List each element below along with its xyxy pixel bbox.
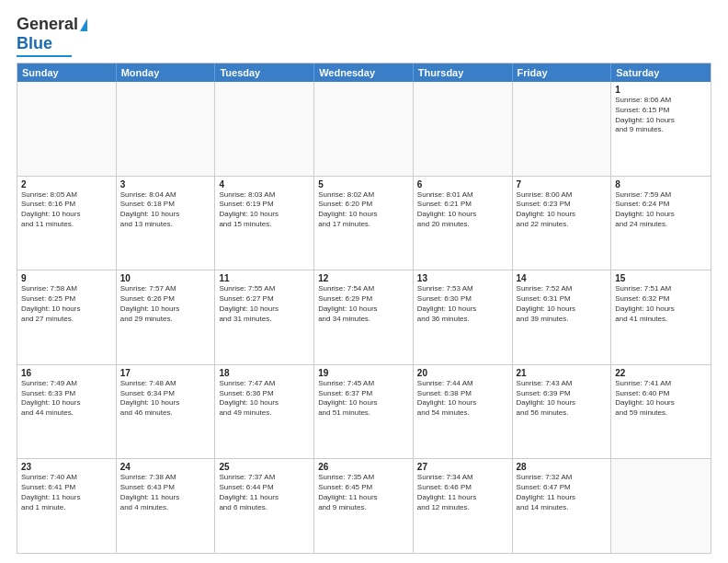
day-number: 3 — [120, 179, 211, 190]
calendar-cell: 28Sunrise: 7:32 AM Sunset: 6:47 PM Dayli… — [513, 459, 612, 553]
calendar-cell — [117, 82, 216, 176]
calendar-cell: 12Sunrise: 7:54 AM Sunset: 6:29 PM Dayli… — [314, 270, 414, 364]
calendar-cell: 19Sunrise: 7:45 AM Sunset: 6:37 PM Dayli… — [314, 365, 414, 459]
calendar-cell: 27Sunrise: 7:34 AM Sunset: 6:46 PM Dayli… — [414, 459, 513, 553]
day-number: 14 — [517, 273, 608, 283]
weekday-header-friday: Friday — [513, 63, 612, 82]
calendar-cell — [215, 82, 314, 176]
cell-info: Sunrise: 7:52 AM Sunset: 6:31 PM Dayligh… — [517, 284, 608, 324]
day-number: 24 — [120, 462, 211, 472]
day-number: 19 — [318, 368, 409, 378]
cell-info: Sunrise: 7:35 AM Sunset: 6:45 PM Dayligh… — [318, 473, 409, 512]
day-number: 22 — [615, 368, 707, 378]
calendar-cell: 6Sunrise: 8:01 AM Sunset: 6:21 PM Daylig… — [414, 177, 513, 270]
cell-info: Sunrise: 7:45 AM Sunset: 6:37 PM Dayligh… — [318, 379, 409, 419]
cell-info: Sunrise: 8:03 AM Sunset: 6:19 PM Dayligh… — [219, 190, 310, 230]
cell-info: Sunrise: 8:00 AM Sunset: 6:23 PM Dayligh… — [517, 190, 608, 230]
calendar-cell: 26Sunrise: 7:35 AM Sunset: 6:45 PM Dayli… — [314, 459, 414, 553]
day-number: 2 — [21, 179, 112, 190]
cell-info: Sunrise: 8:02 AM Sunset: 6:20 PM Dayligh… — [318, 190, 409, 230]
calendar-cell: 16Sunrise: 7:49 AM Sunset: 6:33 PM Dayli… — [17, 365, 117, 459]
day-number: 25 — [219, 462, 310, 472]
calendar-cell: 24Sunrise: 7:38 AM Sunset: 6:43 PM Dayli… — [117, 459, 216, 553]
day-number: 23 — [21, 462, 112, 472]
cell-info: Sunrise: 7:38 AM Sunset: 6:43 PM Dayligh… — [120, 473, 211, 512]
calendar-body: 1Sunrise: 8:06 AM Sunset: 6:15 PM Daylig… — [17, 82, 711, 553]
calendar-cell: 25Sunrise: 7:37 AM Sunset: 6:44 PM Dayli… — [215, 459, 314, 553]
cell-info: Sunrise: 8:04 AM Sunset: 6:18 PM Dayligh… — [120, 190, 211, 230]
calendar-cell: 22Sunrise: 7:41 AM Sunset: 6:40 PM Dayli… — [611, 365, 711, 459]
day-number: 20 — [417, 368, 508, 378]
calendar-cell: 14Sunrise: 7:52 AM Sunset: 6:31 PM Dayli… — [513, 270, 612, 364]
cell-info: Sunrise: 7:34 AM Sunset: 6:46 PM Dayligh… — [417, 473, 508, 512]
day-number: 11 — [219, 273, 310, 283]
calendar-cell: 21Sunrise: 7:43 AM Sunset: 6:39 PM Dayli… — [513, 365, 612, 459]
logo-general-text: General — [17, 15, 78, 34]
cell-info: Sunrise: 7:41 AM Sunset: 6:40 PM Dayligh… — [615, 379, 707, 419]
calendar-cell: 4Sunrise: 8:03 AM Sunset: 6:19 PM Daylig… — [215, 177, 314, 270]
day-number: 13 — [417, 273, 508, 283]
logo-blue-text: Blue — [17, 34, 52, 53]
cell-info: Sunrise: 7:44 AM Sunset: 6:38 PM Dayligh… — [417, 379, 508, 419]
day-number: 4 — [219, 179, 310, 190]
day-number: 17 — [120, 368, 211, 378]
calendar-cell: 11Sunrise: 7:55 AM Sunset: 6:27 PM Dayli… — [215, 270, 314, 364]
calendar-row-2: 2Sunrise: 8:05 AM Sunset: 6:16 PM Daylig… — [17, 177, 711, 271]
day-number: 15 — [615, 273, 707, 283]
day-number: 27 — [417, 462, 508, 472]
day-number: 28 — [517, 462, 608, 472]
cell-info: Sunrise: 7:53 AM Sunset: 6:30 PM Dayligh… — [417, 284, 508, 324]
calendar-cell: 1Sunrise: 8:06 AM Sunset: 6:15 PM Daylig… — [611, 82, 711, 176]
cell-info: Sunrise: 7:40 AM Sunset: 6:41 PM Dayligh… — [21, 473, 112, 512]
day-number: 26 — [318, 462, 409, 472]
day-number: 6 — [417, 179, 508, 190]
cell-info: Sunrise: 7:48 AM Sunset: 6:34 PM Dayligh… — [120, 379, 211, 419]
cell-info: Sunrise: 7:43 AM Sunset: 6:39 PM Dayligh… — [517, 379, 608, 419]
weekday-header-tuesday: Tuesday — [215, 63, 314, 82]
calendar-cell: 13Sunrise: 7:53 AM Sunset: 6:30 PM Dayli… — [414, 270, 513, 364]
calendar-cell: 10Sunrise: 7:57 AM Sunset: 6:26 PM Dayli… — [117, 270, 216, 364]
logo-triangle-icon — [80, 18, 87, 31]
weekday-header-thursday: Thursday — [414, 63, 513, 82]
calendar-cell — [611, 459, 711, 553]
cell-info: Sunrise: 7:55 AM Sunset: 6:27 PM Dayligh… — [219, 284, 310, 324]
logo-underline — [17, 55, 72, 57]
weekday-header-saturday: Saturday — [611, 63, 711, 82]
calendar: SundayMondayTuesdayWednesdayThursdayFrid… — [17, 63, 711, 554]
day-number: 10 — [120, 273, 211, 283]
calendar-cell — [414, 82, 513, 176]
page: General Blue SundayMondayTuesdayWednesda… — [0, 0, 728, 563]
day-number: 9 — [21, 273, 112, 283]
calendar-cell: 23Sunrise: 7:40 AM Sunset: 6:41 PM Dayli… — [17, 459, 117, 553]
calendar-cell: 7Sunrise: 8:00 AM Sunset: 6:23 PM Daylig… — [513, 177, 612, 270]
day-number: 12 — [318, 273, 409, 283]
calendar-cell: 2Sunrise: 8:05 AM Sunset: 6:16 PM Daylig… — [17, 177, 117, 270]
calendar-cell — [17, 82, 117, 176]
calendar-cell: 20Sunrise: 7:44 AM Sunset: 6:38 PM Dayli… — [414, 365, 513, 459]
day-number: 7 — [517, 179, 608, 190]
weekday-header-sunday: Sunday — [17, 63, 117, 82]
calendar-cell: 3Sunrise: 8:04 AM Sunset: 6:18 PM Daylig… — [117, 177, 216, 270]
cell-info: Sunrise: 8:05 AM Sunset: 6:16 PM Dayligh… — [21, 190, 112, 230]
cell-info: Sunrise: 7:57 AM Sunset: 6:26 PM Dayligh… — [120, 284, 211, 324]
calendar-row-4: 16Sunrise: 7:49 AM Sunset: 6:33 PM Dayli… — [17, 365, 711, 460]
cell-info: Sunrise: 7:49 AM Sunset: 6:33 PM Dayligh… — [21, 379, 112, 419]
day-number: 8 — [615, 179, 707, 190]
calendar-cell: 8Sunrise: 7:59 AM Sunset: 6:24 PM Daylig… — [611, 177, 711, 270]
calendar-cell: 9Sunrise: 7:58 AM Sunset: 6:25 PM Daylig… — [17, 270, 117, 364]
calendar-row-3: 9Sunrise: 7:58 AM Sunset: 6:25 PM Daylig… — [17, 270, 711, 365]
day-number: 16 — [21, 368, 112, 378]
calendar-cell: 17Sunrise: 7:48 AM Sunset: 6:34 PM Dayli… — [117, 365, 216, 459]
day-number: 21 — [517, 368, 608, 378]
day-number: 1 — [615, 85, 707, 95]
calendar-cell: 5Sunrise: 8:02 AM Sunset: 6:20 PM Daylig… — [314, 177, 414, 270]
cell-info: Sunrise: 8:01 AM Sunset: 6:21 PM Dayligh… — [417, 190, 508, 230]
day-number: 5 — [318, 179, 409, 190]
weekday-header-wednesday: Wednesday — [314, 63, 414, 82]
cell-info: Sunrise: 7:47 AM Sunset: 6:36 PM Dayligh… — [219, 379, 310, 419]
cell-info: Sunrise: 7:37 AM Sunset: 6:44 PM Dayligh… — [219, 473, 310, 512]
calendar-cell: 15Sunrise: 7:51 AM Sunset: 6:32 PM Dayli… — [611, 270, 711, 364]
calendar-cell — [314, 82, 414, 176]
calendar-row-5: 23Sunrise: 7:40 AM Sunset: 6:41 PM Dayli… — [17, 459, 711, 553]
cell-info: Sunrise: 7:51 AM Sunset: 6:32 PM Dayligh… — [615, 284, 707, 324]
